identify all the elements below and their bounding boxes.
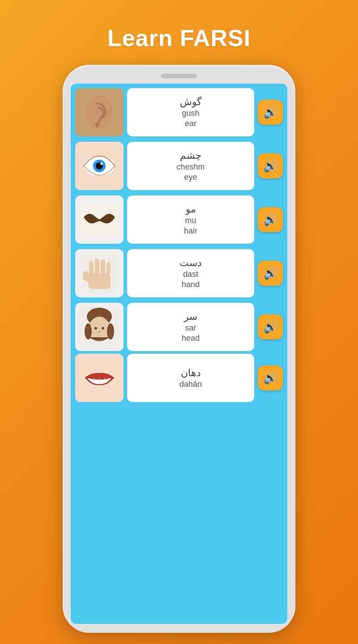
sound-button-hand[interactable]: 🔊 (258, 261, 283, 286)
vocab-row-head: سر sar head 🔊 (75, 302, 283, 352)
speaker-icon-mouth: 🔊 (263, 371, 277, 385)
svg-rect-12 (101, 259, 105, 275)
transliteration-eye: cheshm (176, 162, 205, 172)
svg-point-22 (85, 323, 92, 339)
svg-rect-11 (95, 258, 99, 275)
sound-button-mouth[interactable]: 🔊 (258, 365, 283, 390)
vocab-row-ear: گوش gush ear 🔊 (75, 87, 283, 137)
english-label-ear: ear (185, 119, 196, 128)
svg-rect-13 (107, 262, 111, 275)
english-label-eye: eye (184, 173, 197, 182)
speaker-icon-hair: 🔊 (263, 213, 277, 227)
svg-point-25 (102, 327, 104, 330)
speaker-icon-hand: 🔊 (263, 267, 277, 280)
transliteration-hand: dast (183, 270, 198, 279)
vocab-row-mouth: دهان dahân 🔊 (75, 356, 283, 400)
english-label-head: head (182, 334, 200, 343)
vocab-image-eye (75, 142, 124, 190)
transliteration-hair: mu (185, 216, 196, 225)
vocab-text-card-mouth: دهان dahân (127, 354, 254, 402)
english-label-hair: hair (184, 226, 197, 236)
vocab-image-ear (75, 88, 124, 136)
farsi-label-eye: چشم (180, 150, 202, 161)
svg-point-1 (94, 123, 100, 126)
transliteration-head: sar (185, 323, 196, 333)
svg-point-26 (98, 331, 101, 333)
vocab-image-mouth (75, 354, 124, 402)
farsi-label-mouth: دهان (181, 367, 201, 379)
vocab-text-card-head: سر sar head (127, 303, 254, 351)
english-label-hand: hand (182, 280, 200, 289)
phone-screen: گوش gush ear 🔊 (71, 84, 287, 624)
vocab-image-head (75, 303, 124, 351)
vocab-text-card-eye: چشم cheshm eye (127, 142, 254, 190)
vocab-row-eye: چشم cheshm eye 🔊 (75, 141, 283, 191)
sound-button-eye[interactable]: 🔊 (258, 153, 283, 178)
svg-point-6 (100, 162, 103, 165)
svg-point-24 (94, 327, 97, 330)
farsi-label-ear: گوش (180, 96, 201, 108)
phone-frame: گوش gush ear 🔊 (63, 65, 295, 633)
page-title: Learn FARSI (107, 25, 251, 51)
vocab-text-card-ear: گوش gush ear (127, 88, 254, 136)
vocab-image-hand (75, 249, 124, 297)
speaker-icon-ear: 🔊 (263, 106, 277, 119)
farsi-label-head: سر (184, 311, 197, 322)
speaker-icon-eye: 🔊 (263, 159, 277, 173)
svg-point-23 (107, 323, 114, 339)
transliteration-ear: gush (182, 109, 199, 118)
transliteration-mouth: dahân (179, 380, 202, 389)
vocab-image-hair (75, 195, 124, 244)
phone-speaker (161, 74, 197, 78)
vocab-text-card-hand: دست dast hand (127, 249, 254, 297)
vocab-row-hand: دست dast hand 🔊 (75, 248, 283, 298)
sound-button-head[interactable]: 🔊 (258, 314, 283, 339)
farsi-label-hand: دست (179, 257, 202, 269)
vocab-row-hair: مو mu hair 🔊 (75, 195, 283, 245)
svg-rect-9 (88, 273, 111, 289)
speaker-icon-head: 🔊 (263, 320, 277, 334)
sound-button-hair[interactable]: 🔊 (258, 207, 283, 232)
sound-button-ear[interactable]: 🔊 (258, 100, 283, 125)
vocab-text-card-hair: مو mu hair (127, 195, 254, 244)
svg-rect-10 (89, 261, 94, 275)
farsi-label-hair: مو (186, 203, 196, 215)
